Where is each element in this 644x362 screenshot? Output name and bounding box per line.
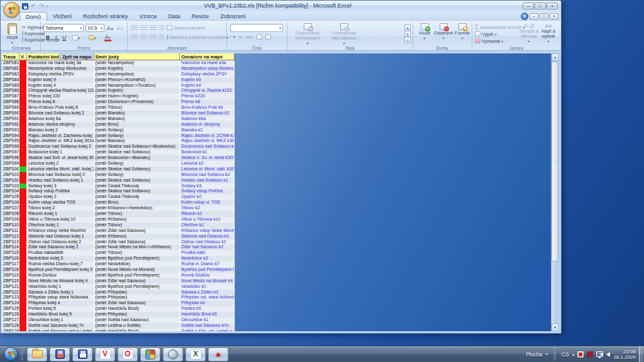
bold-button[interactable]: B bbox=[44, 34, 52, 41]
office-button[interactable] bbox=[4, 2, 19, 18]
map-link-cell[interactable]: Blansko k2 bbox=[180, 128, 235, 133]
map-link-cell[interactable]: Kojetín k4 bbox=[180, 83, 235, 89]
map-link-cell[interactable]: Letovice k2 bbox=[180, 161, 235, 167]
table-row[interactable]: ZBP116Nedvědice kolej 3(směr Bystřice po… bbox=[2, 256, 235, 261]
taskbar-button-cube-app[interactable] bbox=[140, 348, 160, 361]
percent-style-icon[interactable]: % bbox=[238, 35, 243, 40]
map-link-cell[interactable]: Rožná vl. Diamo k7 bbox=[180, 261, 235, 267]
undo-icon[interactable]: ↶ bbox=[31, 3, 36, 9]
map-link-cell[interactable]: Přerov k8 bbox=[180, 99, 235, 105]
orientation-icon[interactable] bbox=[159, 25, 164, 31]
map-link-cell[interactable]: Okrouhlice k1 bbox=[180, 317, 235, 323]
font-color-button[interactable]: A▾ bbox=[104, 34, 112, 41]
tab-zobrazení[interactable]: Zobrazení bbox=[214, 12, 252, 21]
minimize-button[interactable]: – bbox=[523, 3, 534, 9]
map-link-cell[interactable]: Nové Město na Moravě k4 bbox=[180, 278, 235, 284]
title-bar[interactable]: VVB_BPv1.23b2.xls [Režim kompatibility] … bbox=[1, 1, 561, 12]
map-link-cell[interactable]: Hradec nad Svitavou k1 bbox=[180, 178, 235, 184]
col-header-oznaceni-na-mape[interactable]: Označení na mapě bbox=[180, 53, 235, 60]
table-row[interactable]: ZBP098Skalice nad Svit. vl. areál kolej … bbox=[2, 155, 235, 161]
insert-cells-button[interactable]: + Vložit▾ bbox=[416, 23, 433, 41]
table-row[interactable]: ZBP094Rájec-Jestřebí vl. Zachemo kolej 1… bbox=[2, 133, 235, 139]
table-row[interactable]: ZBP123Přibyslav vstup stará Nížkovka(smě… bbox=[2, 295, 235, 300]
map-link-cell[interactable]: Havlíčkův Brod k5 bbox=[180, 312, 235, 317]
taskbar-button-media-app[interactable] bbox=[163, 348, 183, 361]
language-indicator[interactable]: CS bbox=[562, 351, 569, 358]
italic-button[interactable]: I bbox=[52, 34, 60, 41]
styles-gallery-scroll[interactable]: ▲ ▼ ▾ bbox=[404, 25, 411, 43]
table-row[interactable]: ZBP117Rožná vlečka Diamo kolej 7(směr Ne… bbox=[2, 261, 235, 267]
copy-button[interactable]: Kopírovat bbox=[22, 30, 39, 36]
fill-color-button[interactable]: ▾ bbox=[87, 34, 97, 41]
table-row[interactable]: ZBP122Sázava u Žďáru kolej 1(směr Přibys… bbox=[2, 290, 235, 295]
table-row[interactable]: ZBP091Adamov kolej 6a(směr Blansko)Adamo… bbox=[2, 116, 235, 122]
table-row[interactable]: ZBP126Havlíčkův Brod kolej 5(směr Přibys… bbox=[2, 312, 235, 317]
table-row[interactable]: ZBP102Hradec nad Svitavou kolej 1(směr S… bbox=[2, 178, 235, 184]
taskbar-button-excel[interactable]: X bbox=[186, 348, 206, 361]
align-right-icon[interactable] bbox=[150, 35, 157, 40]
qat-customize-icon[interactable]: ▾ bbox=[47, 3, 48, 9]
map-link-cell[interactable]: Světlá n.Sáz. vst. Ledeč n.S. bbox=[180, 329, 235, 331]
shrink-font-button[interactable]: A▼ bbox=[116, 25, 125, 32]
map-link-cell[interactable]: Březová nad Svitavou k2 bbox=[180, 172, 235, 178]
map-link-cell[interactable]: Bílovice nad Svitavou k2 bbox=[180, 111, 235, 116]
table-row[interactable]: ZBP090Bílovice nad Svitavou kolej 2(směr… bbox=[2, 111, 235, 116]
show-desktop-button[interactable] bbox=[639, 346, 643, 362]
tab-domů[interactable]: Domů bbox=[19, 12, 47, 21]
table-row[interactable]: ZBP107Tišnov kolej 2(směr Křižanov<>Nedv… bbox=[2, 206, 235, 211]
table-row[interactable]: ZBP099Letovice kolej 2(směr Svitavy)Leto… bbox=[2, 161, 235, 167]
tab-revize[interactable]: Revize bbox=[186, 12, 215, 21]
table-row[interactable]: ZBP096Doubravice nad Svitavou kolej 2(sm… bbox=[2, 144, 235, 150]
align-middle-icon[interactable] bbox=[140, 25, 147, 31]
format-as-table-button[interactable]: ◫ Formátovat jako tabulku▾ bbox=[328, 23, 360, 46]
table-row[interactable]: ZBP082Nezamyslice vstup Morkovice(směr K… bbox=[2, 66, 235, 72]
map-link-cell[interactable]: Doloplazy vlečka ŽPSV bbox=[180, 72, 235, 77]
map-link-cell[interactable]: Řikonín k1 bbox=[180, 211, 235, 217]
map-link-cell[interactable]: Rájec-Jestřebí vl. MKZ k301a bbox=[180, 138, 235, 144]
table-row[interactable]: ZBP089Brno-Královo Pole kolej 6(směr Tiš… bbox=[2, 105, 235, 111]
increase-decimal-icon[interactable] bbox=[257, 35, 262, 40]
paste-button[interactable]: Vložit▾ bbox=[3, 23, 21, 45]
tray-app-icon-1[interactable] bbox=[577, 351, 584, 358]
map-link-cell[interactable]: Boskovice k1 bbox=[180, 150, 235, 155]
align-top-icon[interactable] bbox=[131, 25, 138, 31]
map-link-cell[interactable]: Rovné-Divišov bbox=[180, 273, 235, 278]
map-link-cell[interactable]: Nedvědice k3 bbox=[180, 256, 235, 261]
table-row[interactable]: ZBP119Rovné-Divišov(směr Bystřice pod Pe… bbox=[2, 273, 235, 278]
table-row[interactable]: ZBP081Ivanovice na Hané kolej 3a(směr Ne… bbox=[2, 60, 235, 66]
format-cells-button[interactable]: ✎ Formát▾ bbox=[453, 23, 471, 41]
map-link-cell[interactable]: Sázava u Žďáru k1 bbox=[180, 290, 235, 295]
help-icon[interactable]: ? bbox=[521, 13, 528, 20]
vertical-scrollbar[interactable]: ▲ ▼ bbox=[551, 53, 558, 331]
taskbar-button-opera[interactable]: O bbox=[118, 348, 138, 361]
decrease-decimal-icon[interactable] bbox=[265, 35, 271, 40]
map-link-cell[interactable]: Kuřim vstup vl. TOS bbox=[180, 200, 235, 206]
map-link-cell[interactable]: Ivanovice na Hané k3a bbox=[180, 60, 235, 66]
table-row[interactable]: ZBP106Kuřim vstup vlečka TOS(směr Brno)K… bbox=[2, 200, 235, 206]
map-link-cell[interactable]: Adamov k6a bbox=[180, 116, 235, 122]
format-painter-button[interactable]: Kopírovat formát bbox=[22, 36, 39, 43]
table-row[interactable]: ZBP108Řikonín kolej 1(směr Tišnov)Řikoní… bbox=[2, 211, 235, 217]
table-row[interactable]: ZBP088Přerov kolej 8(směr Dluhonice<>Pro… bbox=[2, 99, 235, 105]
table-row[interactable]: ZBP100Letovice vlečka Mont. zákl. kolej … bbox=[2, 167, 235, 172]
map-link-cell[interactable]: Ostrov nad Oslavou k2 bbox=[180, 239, 235, 245]
taskbar-button-floppy-save-blue[interactable] bbox=[72, 348, 92, 361]
sort-filter-button[interactable]: A↓Z Seřadit a filtrovat▾ bbox=[519, 23, 539, 44]
map-link-cell[interactable]: Opatov k2 bbox=[180, 194, 235, 200]
table-row[interactable]: ZBP105Opatov kolej 2(směr Česká Třebová)… bbox=[2, 194, 235, 200]
align-bottom-icon[interactable] bbox=[150, 25, 157, 31]
col-header-pocatecni-bod[interactable]: Počáteční bod bbox=[27, 53, 60, 60]
map-link-cell[interactable]: Svitavy vstup Polička bbox=[180, 189, 235, 194]
font-name-combo[interactable]: Tahoma▾ bbox=[43, 24, 84, 32]
table-row[interactable]: ZBP120Nové Město na Moravě kolej 4(směr … bbox=[2, 278, 235, 284]
table-row[interactable]: ZBP104Svitavy vstup Polička(směr Skalice… bbox=[2, 189, 235, 194]
col-header-smer-jizdy[interactable]: Směr jízdy bbox=[94, 53, 180, 60]
table-row[interactable]: ZBP110Ořechov kolej 1(směr Tišnov)Ořecho… bbox=[2, 222, 235, 228]
map-link-cell[interactable]: Rájec-Jestřebí vl. ZCHM k101 bbox=[180, 133, 235, 139]
map-link-cell[interactable]: Přerov k220 bbox=[180, 94, 235, 99]
map-link-cell[interactable]: Nezamyslice vstup Morkovice bbox=[180, 66, 235, 72]
map-link-cell[interactable]: Adamov vl. strojírny bbox=[180, 122, 235, 128]
taskbar-button-explorer-folder[interactable] bbox=[27, 348, 47, 361]
desktop-toolbar-label[interactable]: Plocha bbox=[526, 351, 542, 358]
col-header-v[interactable]: V bbox=[19, 53, 27, 60]
